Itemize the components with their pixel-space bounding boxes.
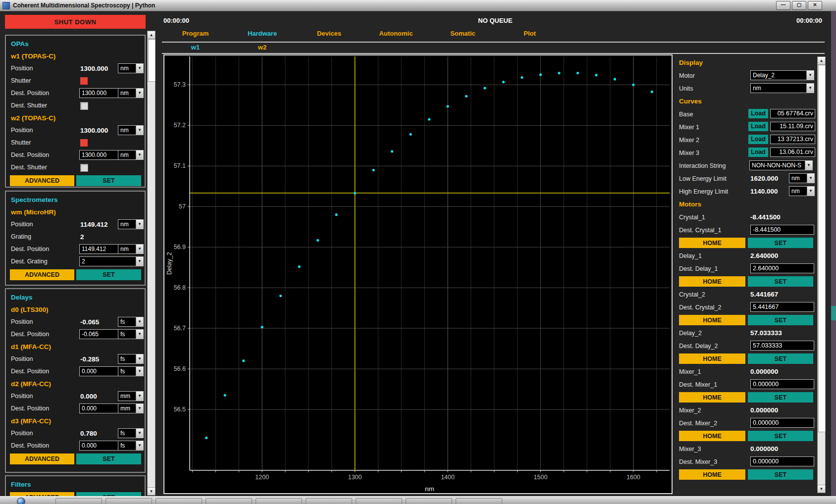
- unit-select[interactable]: fs▼: [118, 329, 144, 339]
- close-button[interactable]: ✕: [808, 1, 822, 10]
- left-scrollbar[interactable]: ▲ ▼: [147, 31, 156, 496]
- chevron-down-icon[interactable]: ▼: [805, 161, 812, 170]
- taskbar-button[interactable]: [105, 498, 152, 504]
- taskbar-button[interactable]: [406, 498, 452, 504]
- chevron-down-icon[interactable]: ▼: [807, 174, 814, 183]
- motor-select[interactable]: Delay_2▼: [750, 70, 814, 80]
- set-button[interactable]: SET: [748, 353, 813, 364]
- scroll-up-icon[interactable]: ▲: [148, 31, 155, 39]
- set-button[interactable]: SET: [748, 315, 813, 325]
- chevron-down-icon[interactable]: ▼: [136, 354, 143, 363]
- chevron-down-icon[interactable]: ▼: [807, 187, 814, 196]
- advanced-button[interactable]: ADVANCED: [10, 175, 74, 186]
- right-scrollbar[interactable]: ▲ ▼: [817, 56, 826, 493]
- maximize-button[interactable]: ▢: [792, 1, 806, 10]
- chevron-down-icon[interactable]: ▼: [136, 429, 143, 438]
- tab-plot[interactable]: Plot: [496, 30, 563, 41]
- dest-position-input[interactable]: -0.065: [79, 329, 120, 339]
- unit-select[interactable]: fs▼: [118, 428, 144, 438]
- scroll-up-icon[interactable]: ▲: [818, 57, 825, 65]
- home-button[interactable]: HOME: [679, 276, 745, 287]
- home-button[interactable]: HOME: [679, 431, 745, 441]
- taskbar-button[interactable]: [55, 498, 102, 504]
- dest-shutter-checkbox[interactable]: [80, 164, 88, 172]
- set-button[interactable]: SET: [748, 238, 813, 248]
- dest-position-input[interactable]: 1300.000: [79, 88, 120, 98]
- chevron-down-icon[interactable]: ▼: [136, 126, 143, 135]
- chevron-down-icon[interactable]: ▼: [136, 317, 143, 326]
- unit-select[interactable]: fs▼: [118, 441, 144, 451]
- dest-motor-input[interactable]: 2.640000: [750, 263, 814, 273]
- unit-select[interactable]: nm▼: [789, 173, 815, 183]
- chevron-down-icon[interactable]: ▼: [806, 71, 814, 80]
- tab-program[interactable]: Program: [162, 30, 229, 41]
- tuning-curve-plot[interactable]: 57.357.257.15756.956.856.756.656.5120013…: [163, 54, 673, 494]
- dest-position-input[interactable]: 0.000: [79, 403, 120, 413]
- chevron-down-icon[interactable]: ▼: [136, 367, 143, 376]
- right-scrollbar-thumb[interactable]: [818, 65, 826, 432]
- unit-select[interactable]: fs▼: [118, 366, 144, 376]
- chevron-down-icon[interactable]: ▼: [136, 64, 143, 73]
- plot-canvas[interactable]: 57.357.257.15756.956.856.756.656.5120013…: [163, 54, 673, 494]
- scroll-down-icon[interactable]: ▼: [148, 487, 155, 495]
- set-button[interactable]: SET: [76, 269, 141, 280]
- unit-select[interactable]: nm▼: [789, 186, 815, 196]
- taskbar-button[interactable]: [206, 498, 252, 504]
- load-button[interactable]: Load: [748, 109, 768, 118]
- set-button[interactable]: SET: [748, 392, 813, 403]
- chevron-down-icon[interactable]: ▼: [136, 330, 143, 339]
- set-button[interactable]: SET: [748, 431, 813, 441]
- chevron-down-icon[interactable]: ▼: [136, 151, 143, 159]
- dest-position-input[interactable]: 0.000: [79, 366, 120, 376]
- set-button[interactable]: SET: [76, 454, 141, 464]
- chevron-down-icon[interactable]: ▼: [136, 392, 143, 401]
- load-button[interactable]: Load: [748, 122, 768, 131]
- units-select[interactable]: nm▼: [750, 83, 814, 93]
- taskbar-button[interactable]: [306, 498, 352, 504]
- start-button-icon[interactable]: [17, 498, 25, 504]
- chevron-down-icon[interactable]: ▼: [136, 441, 143, 450]
- dest-position-input[interactable]: 1300.000: [79, 150, 120, 160]
- advanced-button[interactable]: ADVANCED: [10, 269, 74, 280]
- load-button[interactable]: Load: [748, 135, 768, 144]
- home-button[interactable]: HOME: [679, 392, 745, 403]
- dest-motor-input[interactable]: 0.000000: [750, 379, 814, 389]
- tab-hardware[interactable]: Hardware: [229, 30, 296, 41]
- load-button[interactable]: Load: [748, 148, 768, 157]
- unit-select[interactable]: nm▼: [118, 88, 144, 98]
- chevron-down-icon[interactable]: ▼: [136, 257, 143, 266]
- unit-select[interactable]: fs▼: [118, 354, 144, 364]
- unit-select[interactable]: nm▼: [118, 150, 144, 160]
- dest-motor-input[interactable]: 5.441667: [750, 302, 814, 312]
- shutdown-button[interactable]: SHUT DOWN: [5, 15, 146, 29]
- curve-file-input[interactable]: 13.06.01.crv: [770, 148, 815, 157]
- unit-select[interactable]: nm▼: [118, 125, 144, 135]
- subtab-w1[interactable]: w1: [162, 44, 229, 53]
- dest-position-input[interactable]: 0.000: [79, 441, 120, 451]
- dest-motor-input[interactable]: -8.441500: [750, 225, 814, 235]
- home-button[interactable]: HOME: [679, 315, 745, 325]
- unit-select[interactable]: mm▼: [118, 403, 144, 413]
- tab-autonomic[interactable]: Autonomic: [363, 30, 429, 41]
- chevron-down-icon[interactable]: ▼: [136, 404, 143, 413]
- chevron-down-icon[interactable]: ▼: [136, 245, 143, 253]
- taskbar-button[interactable]: [356, 498, 402, 504]
- home-button[interactable]: HOME: [679, 469, 745, 480]
- curve-file-input[interactable]: 15.11.09.crv: [770, 122, 815, 131]
- curve-file-input[interactable]: 13 37213.crv: [770, 135, 815, 144]
- taskbar-button[interactable]: [256, 498, 302, 504]
- unit-select[interactable]: nm▼: [118, 244, 144, 254]
- dest-motor-input[interactable]: 0.000000: [750, 456, 814, 466]
- home-button[interactable]: HOME: [679, 238, 745, 248]
- chevron-down-icon[interactable]: ▼: [136, 220, 143, 229]
- unit-select[interactable]: fs▼: [118, 317, 144, 327]
- set-button[interactable]: SET: [76, 175, 141, 186]
- curve-file-input[interactable]: 05 67764.crv: [770, 109, 815, 118]
- taskbar-button[interactable]: [456, 498, 502, 504]
- taskbar[interactable]: [0, 496, 836, 504]
- dest-motor-input[interactable]: 57.033333: [750, 341, 814, 351]
- unit-select[interactable]: nm▼: [118, 219, 144, 229]
- dest-motor-input[interactable]: 0.000000: [750, 418, 814, 428]
- unit-select[interactable]: mm▼: [118, 391, 144, 401]
- dest-shutter-checkbox[interactable]: [80, 102, 88, 110]
